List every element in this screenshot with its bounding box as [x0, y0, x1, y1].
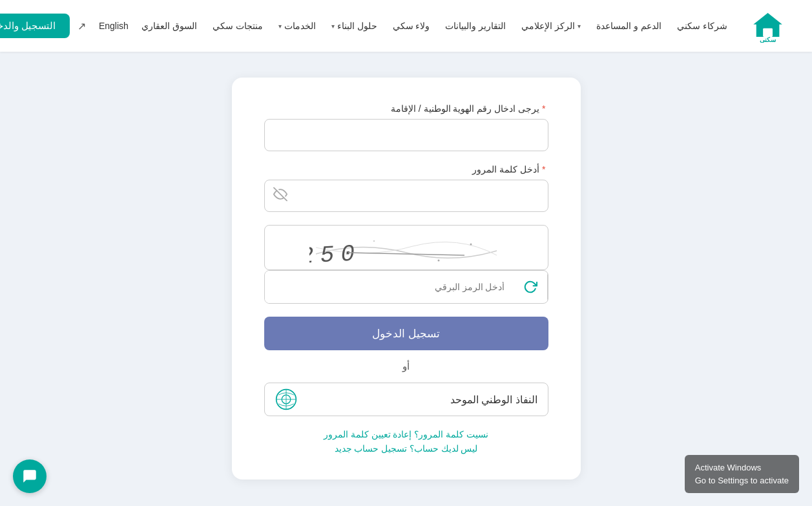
- nav-link-services[interactable]: الخدمات ▾: [271, 21, 324, 31]
- media-caret: ▾: [578, 23, 581, 30]
- password-wrapper: [264, 180, 548, 212]
- captcha-input-row: [264, 270, 548, 304]
- nav-links: السوق العقاري منتجات سكي الخدمات ▾ حلول …: [134, 21, 735, 31]
- construction-caret: ▾: [331, 23, 335, 30]
- register-button[interactable]: التسجيل والدخول: [0, 14, 70, 38]
- main-content: * يرجى ادخال رقم الهوية الوطنية / الإقام…: [0, 52, 812, 506]
- id-label: * يرجى ادخال رقم الهوية الوطنية / الإقام…: [264, 103, 548, 114]
- password-label: * أدخل كلمة المرور: [264, 164, 548, 174]
- navbar: سكني السوق العقاري منتجات سكي الخدمات ▾ …: [0, 0, 812, 52]
- forgot-password-link[interactable]: نسيت كلمة المرور؟ إعادة تعيين كلمة المرو…: [324, 430, 488, 439]
- windows-activate-overlay: Activate Windows Go to Settings to activ…: [685, 455, 799, 493]
- windows-activate-line1: Activate Windows: [695, 461, 789, 474]
- chat-icon: [21, 468, 38, 485]
- nav-link-reports[interactable]: التقارير والبيانات: [437, 21, 514, 31]
- password-input[interactable]: [264, 180, 548, 212]
- nav-link-reports-label: التقارير والبيانات: [445, 21, 506, 31]
- sso-logo-icon: [275, 388, 297, 410]
- id-required-star: *: [542, 103, 545, 114]
- svg-text:سكني: سكني: [760, 36, 776, 43]
- register-account-link[interactable]: ليس لديك حساب؟ تسجيل حساب جديد: [335, 444, 478, 454]
- nav-link-partners-label: شركاء سكني: [677, 21, 727, 31]
- navbar-right: سكني السوق العقاري منتجات سكي الخدمات ▾ …: [134, 9, 796, 43]
- nav-link-support-label: الدعم و المساعدة: [596, 21, 661, 31]
- password-field-group: * أدخل كلمة المرور: [264, 164, 548, 212]
- login-button[interactable]: تسجيل الدخول: [264, 317, 548, 350]
- logo-area: سكني: [739, 9, 796, 43]
- nav-link-real-estate[interactable]: السوق العقاري: [134, 21, 205, 31]
- or-divider: أو: [264, 361, 548, 372]
- nav-link-products[interactable]: منتجات سكي: [205, 21, 271, 31]
- nav-link-real-estate-label: السوق العقاري: [141, 21, 197, 31]
- services-caret: ▾: [278, 23, 282, 30]
- nav-link-support[interactable]: الدعم و المساعدة: [588, 21, 669, 31]
- captcha-group: 0250: [264, 225, 548, 304]
- login-card: * يرجى ادخال رقم الهوية الوطنية / الإقام…: [232, 78, 581, 480]
- svg-point-8: [470, 244, 472, 246]
- nav-link-media-label: الركز الإعلامي: [521, 21, 575, 31]
- captcha-image: 0250: [264, 225, 548, 270]
- password-required-star: *: [542, 164, 545, 174]
- captcha-refresh-button[interactable]: [514, 271, 548, 303]
- nav-link-loyalty[interactable]: ولاء سكي: [385, 21, 438, 31]
- svg-point-6: [437, 260, 439, 262]
- chat-bubble-button[interactable]: [13, 459, 47, 493]
- sso-label: النفاذ الوطني الموحد: [450, 394, 537, 406]
- external-link-icon[interactable]: ↗: [78, 20, 86, 32]
- id-label-text: يرجى ادخال رقم الهوية الوطنية / الإقامة: [391, 103, 539, 114]
- bottom-links: نسيت كلمة المرور؟ إعادة تعيين كلمة المرو…: [264, 429, 548, 454]
- id-input[interactable]: [264, 119, 548, 151]
- navbar-left: English ↗ التسجيل والدخول: [0, 14, 134, 38]
- svg-point-7: [373, 240, 375, 242]
- sso-button[interactable]: النفاذ الوطني الموحد: [264, 383, 548, 416]
- nav-link-products-label: منتجات سكي: [213, 21, 263, 31]
- id-field-group: * يرجى ادخال رقم الهوية الوطنية / الإقام…: [264, 103, 548, 151]
- nav-link-construction-label: حلول البناء: [337, 21, 377, 31]
- nav-link-media[interactable]: ▾ الركز الإعلامي: [514, 21, 588, 31]
- nav-link-services-label: الخدمات: [284, 21, 316, 31]
- nav-link-partners[interactable]: شركاء سكني: [669, 21, 735, 31]
- eye-icon[interactable]: [273, 187, 287, 205]
- nav-link-construction[interactable]: حلول البناء ▾: [324, 21, 385, 31]
- password-label-text: أدخل كلمة المرور: [472, 164, 539, 174]
- nav-link-loyalty-label: ولاء سكي: [393, 21, 430, 31]
- captcha-input[interactable]: [265, 271, 514, 303]
- captcha-svg: 0250: [309, 228, 503, 267]
- language-button[interactable]: English: [94, 18, 134, 34]
- windows-activate-line2: Go to Settings to activate: [695, 474, 789, 487]
- sakani-logo: سكني: [739, 9, 796, 43]
- svg-text:0250: 0250: [309, 240, 362, 267]
